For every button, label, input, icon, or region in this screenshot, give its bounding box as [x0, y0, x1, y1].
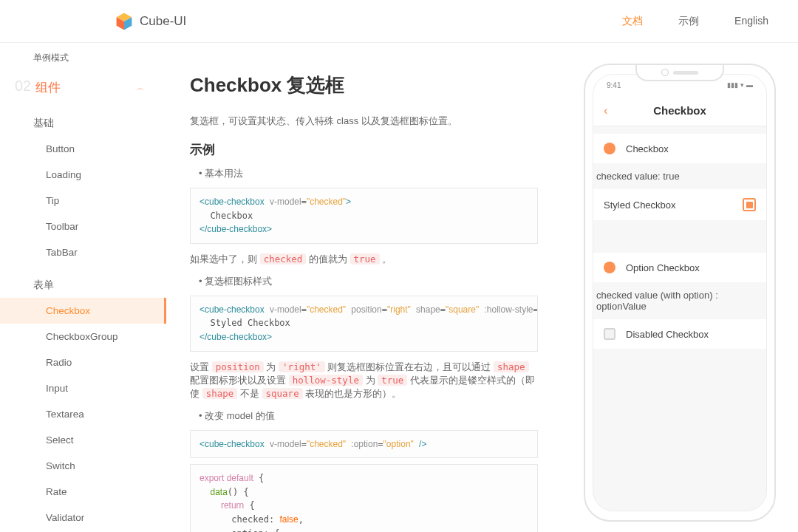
sidebar-item-checkbox[interactable]: Checkbox — [0, 298, 166, 324]
phone-title: Checkbox — [593, 104, 766, 117]
sidebar-item-input[interactable]: Input — [0, 375, 166, 401]
phone-preview: 9:41 ▮▮▮▾▬ ‹ Checkbox Checkbox checked v… — [562, 43, 798, 532]
brand-text: Cube-UI — [140, 14, 186, 29]
sidebar-item-tip[interactable]: Tip — [0, 188, 166, 214]
sidebar-item-validator[interactable]: Validator — [0, 505, 166, 531]
checkbox-checked-icon — [604, 262, 615, 273]
intro-text: 复选框，可设置其状态、传入特殊 class 以及复选框图标位置。 — [190, 115, 538, 128]
checkbox-checked-icon — [604, 143, 615, 154]
wifi-icon: ▾ — [740, 81, 744, 89]
checkbox-row[interactable]: Checkbox — [593, 134, 766, 163]
code-block[interactable]: <cube-checkbox v-model="checked" :option… — [190, 430, 538, 459]
nav-examples[interactable]: 示例 — [678, 15, 699, 28]
back-icon[interactable]: ‹ — [604, 104, 607, 117]
example-bullet: 复选框图标样式 — [199, 275, 538, 288]
logo[interactable]: Cube-UI — [115, 12, 186, 31]
paragraph: 如果选中了，则 checked 的值就为 true 。 — [190, 253, 538, 266]
signal-icon: ▮▮▮ — [727, 81, 738, 89]
page-title: Checkbox 复选框 — [190, 72, 538, 98]
phone-frame: 9:41 ▮▮▮▾▬ ‹ Checkbox Checkbox checked v… — [584, 64, 776, 522]
battery-icon: ▬ — [746, 81, 753, 89]
sidebar-item-radio[interactable]: Radio — [0, 349, 166, 375]
doc-content: Checkbox 复选框 复选框，可设置其状态、传入特殊 class 以及复选框… — [166, 43, 562, 532]
sidebar-group-label: 表单 — [0, 265, 166, 298]
paragraph: 设置 position 为 'right' 则复选框图标位置在右边，且可以通过 … — [190, 361, 538, 400]
section-title[interactable]: 组件 ︿ — [35, 79, 166, 96]
cube-icon — [115, 12, 134, 31]
checkbox-disabled-icon — [604, 328, 615, 340]
top-header: Cube-UI 文档 示例 English — [0, 0, 798, 43]
example-bullet: 基本用法 — [199, 167, 538, 180]
sidebar-item-tabbar[interactable]: TabBar — [0, 239, 166, 265]
sidebar-group-label: 基础 — [0, 103, 166, 136]
checkbox-row[interactable]: Styled Checkbox — [593, 189, 766, 220]
chevron-up-icon: ︿ — [137, 83, 144, 93]
sidebar-item-checkboxgroup[interactable]: CheckboxGroup — [0, 324, 166, 349]
checkbox-row[interactable]: Option Checkbox — [593, 253, 766, 282]
sidebar-prev-section[interactable]: 单例模式 — [0, 49, 166, 67]
examples-heading: 示例 — [190, 141, 538, 158]
sidebar-item-loading[interactable]: Loading — [0, 162, 166, 188]
code-block[interactable]: <cube-checkbox v-model="checked" positio… — [190, 296, 538, 352]
checkbox-square-icon — [743, 198, 756, 211]
top-nav: 文档 示例 English — [622, 15, 768, 28]
nav-lang[interactable]: English — [734, 15, 768, 28]
sidebar-item-switch[interactable]: Switch — [0, 453, 166, 479]
code-block[interactable]: <cube-checkbox v-model="checked"> Checkb… — [190, 188, 538, 244]
sidebar-item-toolbar[interactable]: Toolbar — [0, 214, 166, 239]
sidebar: 单例模式 02 组件 ︿ 基础ButtonLoadingTipToolbarTa… — [0, 43, 166, 532]
code-block[interactable]: export default { data() { return { check… — [190, 464, 538, 532]
phone-header: ‹ Checkbox — [593, 95, 766, 126]
info-text: checked value (with option) : optionValu… — [593, 282, 766, 319]
checkbox-row-disabled: Disabled Checkbox — [593, 319, 766, 349]
sidebar-item-rate[interactable]: Rate — [0, 479, 166, 505]
sidebar-item-textarea[interactable]: Textarea — [0, 401, 166, 427]
info-text: checked value: true — [593, 163, 766, 189]
phone-notch — [635, 65, 724, 81]
nav-docs[interactable]: 文档 — [622, 15, 643, 28]
section-number: 02 — [15, 78, 31, 95]
sidebar-item-button[interactable]: Button — [0, 136, 166, 162]
sidebar-item-select[interactable]: Select — [0, 427, 166, 453]
example-bullet: 改变 model 的值 — [199, 409, 538, 423]
